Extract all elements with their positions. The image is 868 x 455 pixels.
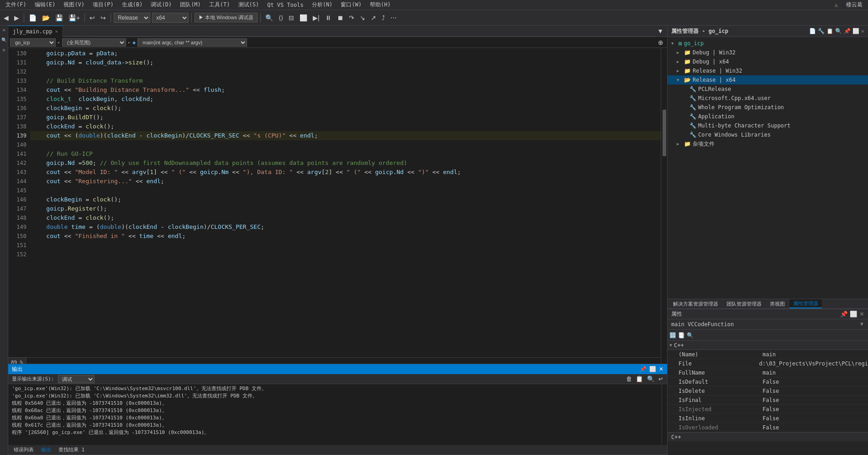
- toolbar-new-btn[interactable]: 📄: [27, 13, 38, 22]
- prop-group-btn[interactable]: 📑: [678, 332, 685, 339]
- toolbar-search-btn[interactable]: 🔍: [263, 13, 275, 22]
- prop-close-btn[interactable]: ✕: [859, 311, 864, 317]
- toolbar-redo-btn[interactable]: ↪: [99, 13, 108, 22]
- tree-item-release-x64[interactable]: ▼ 📂 Release | x64: [668, 75, 868, 85]
- panel-icon-3[interactable]: 📋: [826, 28, 833, 34]
- toolbar-btn-7[interactable]: ⊟: [287, 13, 296, 22]
- output-clear-btn[interactable]: 🗑: [626, 376, 632, 382]
- menu-test[interactable]: 测试(S): [235, 0, 263, 10]
- nav-expand-btn[interactable]: ⊕: [656, 38, 665, 47]
- activity-icon-3[interactable]: ⊕: [1, 48, 7, 54]
- prop-header-icons: 📌 ⬜ ✕: [840, 311, 864, 317]
- toolbar-btn-13[interactable]: ↘: [358, 13, 367, 22]
- prop-label-fullname: FullName: [668, 370, 759, 376]
- output-scrollbar[interactable]: [662, 384, 667, 445]
- ln-150: 150: [8, 232, 26, 241]
- panel-float-btn[interactable]: ⬜: [852, 28, 859, 34]
- toolbar-forward-btn[interactable]: ▶: [12, 13, 21, 22]
- prop-pin-btn[interactable]: 📌: [840, 311, 848, 317]
- right-tab-solution[interactable]: 解决方案资源管理器: [669, 299, 722, 308]
- tab-main[interactable]: jly_main.cpp ✕: [8, 26, 63, 37]
- toolbar-btn-16[interactable]: ⋯: [389, 13, 399, 22]
- panel-icon-4[interactable]: 🔍: [835, 28, 842, 34]
- editor-scrollbar[interactable]: [661, 48, 667, 357]
- tree-item-release-win32[interactable]: ▶ 📁 Release | Win32: [668, 66, 868, 75]
- output-wrap-btn[interactable]: ↵: [658, 376, 663, 382]
- menu-edit[interactable]: 编辑(E): [31, 0, 59, 10]
- tree-label-debug-x64: Debug | x64: [693, 58, 729, 65]
- tree-item-misc[interactable]: ▶ 📁 杂项文件: [668, 139, 868, 148]
- menu-file[interactable]: 文件(F): [2, 0, 30, 10]
- panel-pin-btn[interactable]: 📌: [844, 28, 851, 34]
- scope-dropdown[interactable]: go_icp: [10, 38, 56, 47]
- toolbar-btn-14[interactable]: ↗: [369, 13, 378, 22]
- scope-detail-dropdown[interactable]: (全局范围): [62, 38, 126, 47]
- toolbar-save-btn[interactable]: 💾: [53, 13, 65, 22]
- output-source-select[interactable]: 调试: [58, 375, 95, 383]
- toolbar-btn-8[interactable]: ⬜: [298, 13, 309, 22]
- h-scrollbar[interactable]: [26, 357, 661, 364]
- output-close-btn[interactable]: ✕: [659, 366, 663, 372]
- prop-search-btn[interactable]: 🔍: [687, 332, 694, 339]
- platform-dropdown[interactable]: x64 x86: [152, 13, 189, 23]
- config-dropdown[interactable]: Release Debug: [114, 13, 150, 23]
- toolbar-btn-12[interactable]: ↷: [347, 13, 356, 22]
- output-float-btn[interactable]: ⬜: [649, 366, 656, 372]
- right-tab-properties[interactable]: 属性管理器: [789, 299, 822, 308]
- run-btn[interactable]: ▶ 本地 Windows 调试器: [195, 13, 258, 22]
- right-tab-class[interactable]: 类视图: [766, 299, 789, 308]
- toolbar-btn-6[interactable]: ⟨⟩: [277, 13, 285, 22]
- tab-close-btn[interactable]: ✕: [55, 29, 58, 34]
- tree-root[interactable]: ▼ ⊞ go_icp: [668, 39, 868, 48]
- menu-qtvstools[interactable]: Qt VS Tools: [263, 1, 307, 9]
- panel-icon-2[interactable]: 🔧: [818, 28, 825, 34]
- menu-team[interactable]: 团队(M): [176, 0, 205, 10]
- prop-float-btn[interactable]: ⬜: [850, 311, 857, 317]
- tree-item-pclrelease[interactable]: 🔧 PCLRelease: [668, 85, 868, 94]
- activity-icon-2[interactable]: 🔍: [1, 37, 7, 44]
- output-copy-btn[interactable]: 📋: [636, 376, 643, 382]
- right-tab-team[interactable]: 团队资源管理器: [723, 299, 765, 308]
- tree-item-wholeprog[interactable]: 🔧 Whole Program Optimization: [668, 103, 868, 112]
- tree-item-corewindows[interactable]: 🔧 Core Windows Libraries: [668, 130, 868, 139]
- toolbar-save-all-btn[interactable]: 💾+: [67, 13, 82, 22]
- code-area[interactable]: goicp.pData = pData; goicp.Nd = cloud_da…: [30, 48, 661, 357]
- menu-help[interactable]: 帮助(H): [366, 0, 395, 10]
- menu-analyze[interactable]: 分析(N): [308, 0, 337, 10]
- tree-item-multibyte[interactable]: 🔧 Multi-byte Character Support: [668, 121, 868, 130]
- panel-icon-1[interactable]: 📄: [809, 28, 816, 34]
- menu-debug[interactable]: 调试(D): [147, 0, 175, 10]
- output-tab-find[interactable]: 查找结果 1: [57, 445, 86, 454]
- tab-scroll-right[interactable]: ▼: [655, 26, 665, 36]
- menu-project[interactable]: 项目(P): [89, 0, 117, 10]
- toolbar-btn-10[interactable]: ⏸: [323, 13, 333, 22]
- menu-view[interactable]: 视图(V): [60, 0, 88, 10]
- toolbar-btn-15[interactable]: ⤴: [380, 13, 387, 22]
- prop-sort-btn[interactable]: 🔢: [669, 332, 676, 339]
- function-dropdown[interactable]: main(int argc, char ** argv): [137, 38, 247, 47]
- prop-rows-container[interactable]: (Name) main File d:\03_Projects\VsProjec…: [668, 350, 868, 455]
- toolbar-back-btn[interactable]: ◀: [2, 13, 11, 22]
- tree-item-microsoftcpp[interactable]: 🔧 Microsoft.Cpp.x64.user: [668, 94, 868, 103]
- output-pin-btn[interactable]: 📌: [640, 366, 647, 372]
- output-tab-output[interactable]: 输出: [39, 445, 53, 454]
- prop-dropdown-btn[interactable]: ▼: [859, 321, 864, 327]
- tree-item-debug-x64[interactable]: ▶ 📁 Debug | x64: [668, 57, 868, 66]
- tree-item-debug-win32[interactable]: ▶ 📁 Debug | Win32: [668, 48, 868, 57]
- panel-close-btn[interactable]: ✕: [861, 28, 864, 34]
- tree-view[interactable]: ▼ ⊞ go_icp ▶ 📁 Debug | Win32 ▶: [668, 37, 868, 299]
- menu-tools[interactable]: 工具(T): [205, 0, 234, 10]
- tree-item-application[interactable]: 🔧 Application: [668, 112, 868, 121]
- toolbar: ◀ ▶ 📄 📂 💾 💾+ ↩ ↪ Release Debug x64 x86 ▶…: [0, 10, 868, 26]
- toolbar-undo-btn[interactable]: ↩: [88, 13, 97, 22]
- menu-window[interactable]: 窗口(W): [337, 0, 365, 10]
- toolbar-open-btn[interactable]: 📂: [40, 13, 52, 22]
- toolbar-btn-11[interactable]: ⏹: [335, 13, 345, 22]
- tab-filename: jly_main.cpp: [13, 28, 53, 35]
- toolbar-btn-9[interactable]: ▶|: [311, 13, 321, 22]
- output-tab-errors[interactable]: 错误列表: [12, 445, 36, 454]
- activity-icon-1[interactable]: ≡: [1, 27, 7, 34]
- menu-build[interactable]: 生成(B): [118, 0, 147, 10]
- output-search-btn[interactable]: 🔍: [647, 376, 655, 382]
- editor[interactable]: 130 131 132 133 134 135 136 137 138 139 …: [8, 48, 667, 357]
